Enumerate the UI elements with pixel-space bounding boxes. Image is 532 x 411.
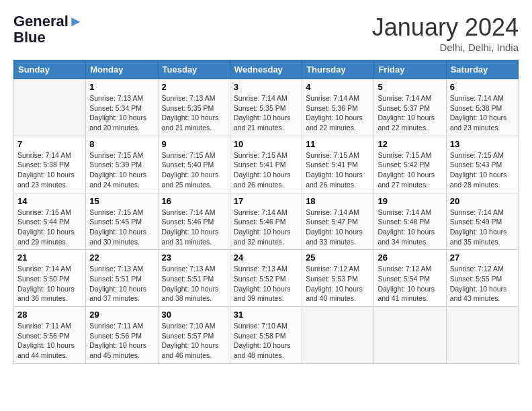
day-number: 25 — [306, 253, 370, 263]
day-info: Sunrise: 7:13 AMSunset: 5:34 PMDaylight:… — [89, 93, 154, 133]
location: Delhi, Delhi, India — [372, 42, 519, 53]
calendar-cell: 26Sunrise: 7:12 AMSunset: 5:54 PMDayligh… — [374, 250, 446, 307]
day-number: 12 — [378, 139, 442, 149]
day-number: 6 — [450, 82, 515, 92]
day-info: Sunrise: 7:13 AMSunset: 5:51 PMDaylight:… — [89, 264, 154, 304]
calendar-cell: 27Sunrise: 7:12 AMSunset: 5:55 PMDayligh… — [446, 250, 518, 307]
calendar-cell: 10Sunrise: 7:15 AMSunset: 5:41 PMDayligh… — [230, 136, 302, 193]
day-info: Sunrise: 7:13 AMSunset: 5:35 PMDaylight:… — [162, 93, 226, 133]
calendar-cell: 3Sunrise: 7:14 AMSunset: 5:35 PMDaylight… — [230, 79, 302, 136]
col-header-sunday: Sunday — [14, 60, 86, 79]
page-header: General►Blue January 2024 Delhi, Delhi, … — [13, 13, 519, 53]
calendar-cell: 16Sunrise: 7:14 AMSunset: 5:46 PMDayligh… — [158, 193, 230, 250]
week-row-3: 14Sunrise: 7:15 AMSunset: 5:44 PMDayligh… — [14, 193, 519, 250]
day-info: Sunrise: 7:10 AMSunset: 5:58 PMDaylight:… — [234, 321, 298, 361]
day-number: 19 — [378, 196, 442, 206]
calendar-cell: 1Sunrise: 7:13 AMSunset: 5:34 PMDaylight… — [86, 79, 158, 136]
day-info: Sunrise: 7:10 AMSunset: 5:57 PMDaylight:… — [162, 321, 226, 361]
day-number: 20 — [450, 196, 515, 206]
day-number: 30 — [162, 310, 226, 320]
col-header-wednesday: Wednesday — [230, 60, 302, 79]
calendar-cell: 13Sunrise: 7:15 AMSunset: 5:43 PMDayligh… — [446, 136, 518, 193]
day-number: 16 — [162, 196, 226, 206]
calendar-cell: 23Sunrise: 7:13 AMSunset: 5:51 PMDayligh… — [158, 250, 230, 307]
day-number: 21 — [17, 253, 82, 263]
calendar-cell: 8Sunrise: 7:15 AMSunset: 5:39 PMDaylight… — [86, 136, 158, 193]
calendar-cell: 25Sunrise: 7:12 AMSunset: 5:53 PMDayligh… — [302, 250, 374, 307]
calendar-cell: 2Sunrise: 7:13 AMSunset: 5:35 PMDaylight… — [158, 79, 230, 136]
calendar-cell: 4Sunrise: 7:14 AMSunset: 5:36 PMDaylight… — [302, 79, 374, 136]
day-number: 8 — [89, 139, 154, 149]
calendar-cell: 22Sunrise: 7:13 AMSunset: 5:51 PMDayligh… — [86, 250, 158, 307]
day-info: Sunrise: 7:14 AMSunset: 5:50 PMDaylight:… — [17, 264, 82, 304]
day-number: 17 — [234, 196, 298, 206]
col-header-saturday: Saturday — [446, 60, 518, 79]
col-header-thursday: Thursday — [302, 60, 374, 79]
day-info: Sunrise: 7:12 AMSunset: 5:53 PMDaylight:… — [306, 264, 370, 304]
day-number: 23 — [162, 253, 226, 263]
day-info: Sunrise: 7:15 AMSunset: 5:43 PMDaylight:… — [450, 150, 515, 190]
week-row-1: 1Sunrise: 7:13 AMSunset: 5:34 PMDaylight… — [14, 79, 519, 136]
calendar-cell: 24Sunrise: 7:13 AMSunset: 5:52 PMDayligh… — [230, 250, 302, 307]
week-row-2: 7Sunrise: 7:14 AMSunset: 5:38 PMDaylight… — [14, 136, 519, 193]
day-info: Sunrise: 7:14 AMSunset: 5:47 PMDaylight:… — [306, 208, 370, 247]
title-section: January 2024 Delhi, Delhi, India — [372, 13, 519, 53]
day-info: Sunrise: 7:14 AMSunset: 5:35 PMDaylight:… — [234, 93, 298, 133]
col-header-monday: Monday — [86, 60, 158, 79]
day-number: 10 — [234, 139, 298, 149]
day-number: 5 — [378, 82, 442, 92]
day-info: Sunrise: 7:15 AMSunset: 5:41 PMDaylight:… — [234, 150, 298, 190]
day-number: 3 — [234, 82, 298, 92]
day-info: Sunrise: 7:14 AMSunset: 5:49 PMDaylight:… — [450, 208, 515, 247]
week-row-4: 21Sunrise: 7:14 AMSunset: 5:50 PMDayligh… — [14, 250, 519, 307]
logo: General►Blue — [13, 13, 83, 46]
calendar-cell: 21Sunrise: 7:14 AMSunset: 5:50 PMDayligh… — [14, 250, 86, 307]
calendar-header-row: SundayMondayTuesdayWednesdayThursdayFrid… — [14, 60, 519, 79]
day-info: Sunrise: 7:14 AMSunset: 5:46 PMDaylight:… — [234, 208, 298, 247]
calendar-cell — [446, 307, 518, 364]
day-info: Sunrise: 7:11 AMSunset: 5:56 PMDaylight:… — [89, 321, 154, 361]
calendar-cell: 15Sunrise: 7:15 AMSunset: 5:45 PMDayligh… — [86, 193, 158, 250]
day-info: Sunrise: 7:12 AMSunset: 5:54 PMDaylight:… — [378, 264, 442, 304]
day-number: 28 — [17, 310, 82, 320]
day-number: 31 — [234, 310, 298, 320]
day-number: 11 — [306, 139, 370, 149]
day-number: 22 — [89, 253, 154, 263]
calendar-cell: 20Sunrise: 7:14 AMSunset: 5:49 PMDayligh… — [446, 193, 518, 250]
calendar-cell — [374, 307, 446, 364]
calendar-table: SundayMondayTuesdayWednesdayThursdayFrid… — [13, 60, 519, 364]
calendar-cell: 12Sunrise: 7:15 AMSunset: 5:42 PMDayligh… — [374, 136, 446, 193]
day-info: Sunrise: 7:13 AMSunset: 5:52 PMDaylight:… — [234, 264, 298, 304]
day-info: Sunrise: 7:12 AMSunset: 5:55 PMDaylight:… — [450, 264, 515, 304]
day-info: Sunrise: 7:13 AMSunset: 5:51 PMDaylight:… — [162, 264, 226, 304]
day-number: 7 — [17, 139, 82, 149]
col-header-friday: Friday — [374, 60, 446, 79]
day-number: 27 — [450, 253, 515, 263]
day-info: Sunrise: 7:15 AMSunset: 5:44 PMDaylight:… — [17, 208, 82, 247]
logo-text: General►Blue — [13, 13, 83, 46]
calendar-cell: 5Sunrise: 7:14 AMSunset: 5:37 PMDaylight… — [374, 79, 446, 136]
calendar-cell: 28Sunrise: 7:11 AMSunset: 5:56 PMDayligh… — [14, 307, 86, 364]
day-info: Sunrise: 7:11 AMSunset: 5:56 PMDaylight:… — [17, 321, 82, 361]
day-number: 14 — [17, 196, 82, 206]
calendar-cell: 6Sunrise: 7:14 AMSunset: 5:38 PMDaylight… — [446, 79, 518, 136]
day-info: Sunrise: 7:14 AMSunset: 5:37 PMDaylight:… — [378, 93, 442, 133]
calendar-cell: 18Sunrise: 7:14 AMSunset: 5:47 PMDayligh… — [302, 193, 374, 250]
day-info: Sunrise: 7:15 AMSunset: 5:45 PMDaylight:… — [89, 208, 154, 247]
day-number: 15 — [89, 196, 154, 206]
calendar-cell: 17Sunrise: 7:14 AMSunset: 5:46 PMDayligh… — [230, 193, 302, 250]
calendar-cell — [14, 79, 86, 136]
day-number: 2 — [162, 82, 226, 92]
day-info: Sunrise: 7:14 AMSunset: 5:48 PMDaylight:… — [378, 208, 442, 247]
calendar-cell: 14Sunrise: 7:15 AMSunset: 5:44 PMDayligh… — [14, 193, 86, 250]
day-info: Sunrise: 7:15 AMSunset: 5:40 PMDaylight:… — [162, 150, 226, 190]
week-row-5: 28Sunrise: 7:11 AMSunset: 5:56 PMDayligh… — [14, 307, 519, 364]
day-number: 26 — [378, 253, 442, 263]
calendar-cell: 19Sunrise: 7:14 AMSunset: 5:48 PMDayligh… — [374, 193, 446, 250]
day-number: 18 — [306, 196, 370, 206]
day-number: 4 — [306, 82, 370, 92]
calendar-cell: 9Sunrise: 7:15 AMSunset: 5:40 PMDaylight… — [158, 136, 230, 193]
month-title: January 2024 — [372, 13, 519, 42]
day-info: Sunrise: 7:15 AMSunset: 5:42 PMDaylight:… — [378, 150, 442, 190]
day-number: 24 — [234, 253, 298, 263]
